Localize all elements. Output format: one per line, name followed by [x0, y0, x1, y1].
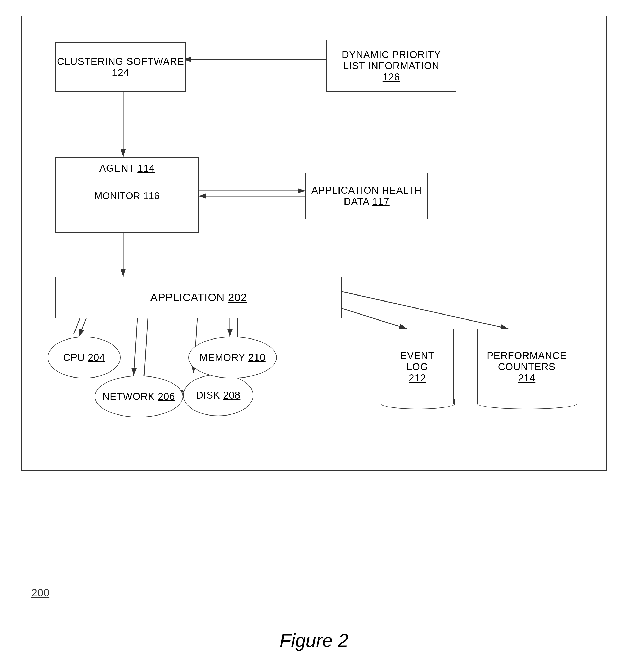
monitor-label: MONITOR 116 [95, 191, 160, 201]
diagram-label: 200 [31, 586, 49, 599]
cpu-label: CPU 204 [63, 352, 105, 363]
memory-label: MEMORY 210 [199, 352, 266, 363]
cpu-box: CPU 204 [48, 337, 121, 378]
diagram-border: CLUSTERING SOFTWARE124 DYNAMIC PRIORITYL… [21, 16, 607, 471]
agent-box: AGENT 114 MONITOR 116 [55, 157, 199, 233]
disk-box: DISK 208 [183, 375, 253, 416]
app-health-box: APPLICATION HEALTHDATA 117 [306, 173, 428, 219]
event-log-label: EVENTLOG212 [400, 350, 435, 384]
clustering-software-label: CLUSTERING SOFTWARE124 [57, 56, 184, 78]
disk-label: DISK 208 [196, 390, 241, 401]
memory-box: MEMORY 210 [188, 337, 277, 378]
dynamic-priority-label: DYNAMIC PRIORITYLIST INFORMATION126 [342, 49, 441, 83]
svg-line-10 [334, 290, 508, 329]
application-box: APPLICATION 202 [55, 277, 342, 318]
monitor-box: MONITOR 116 [87, 182, 167, 210]
app-health-label: APPLICATION HEALTHDATA 117 [311, 185, 422, 207]
figure-caption: Figure 2 [0, 630, 628, 651]
agent-label: AGENT 114 MONITOR 116 [61, 163, 193, 202]
network-label: NETWORK 206 [102, 391, 175, 402]
page-container: CLUSTERING SOFTWARE124 DYNAMIC PRIORITYL… [0, 0, 628, 672]
dynamic-priority-box: DYNAMIC PRIORITYLIST INFORMATION126 [326, 40, 456, 92]
application-label: APPLICATION 202 [150, 291, 247, 304]
performance-counters-box: PERFORMANCECOUNTERS214 [477, 329, 576, 404]
event-log-box: EVENTLOG212 [381, 329, 454, 404]
performance-counters-label: PERFORMANCECOUNTERS214 [487, 350, 567, 384]
clustering-software-box: CLUSTERING SOFTWARE124 [55, 43, 186, 92]
network-box: NETWORK 206 [95, 376, 183, 417]
